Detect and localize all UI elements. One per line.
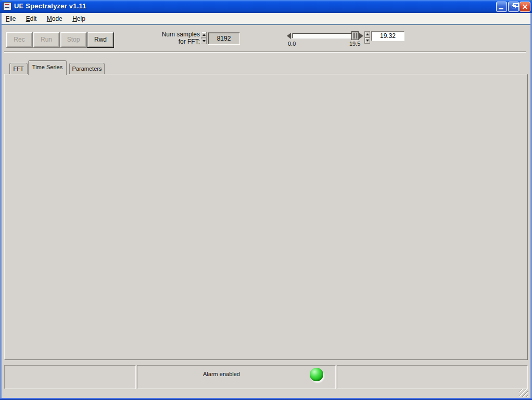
- up-triangle-icon: [366, 33, 369, 35]
- run-button[interactable]: Run: [33, 32, 60, 48]
- close-button[interactable]: [520, 2, 530, 12]
- time-value-spinner[interactable]: [364, 31, 370, 44]
- spin-up-icon[interactable]: [364, 31, 370, 37]
- maximize-button[interactable]: [508, 2, 519, 12]
- tab-parameters[interactable]: Parameters: [69, 63, 105, 74]
- num-samples-label-line2: for FFT:: [156, 38, 200, 45]
- app-icon[interactable]: [3, 2, 11, 10]
- window-title: UE Spectralyzer v1.11: [14, 2, 86, 10]
- tab-fft[interactable]: FFT: [9, 63, 28, 74]
- tab-page-time-series: [4, 74, 528, 360]
- tab-time-series[interactable]: Time Series: [28, 60, 67, 75]
- num-samples-spinner[interactable]: [201, 32, 207, 44]
- spin-down-icon[interactable]: [201, 38, 207, 44]
- stop-button[interactable]: Stop: [60, 32, 87, 48]
- slider-left-arrow-icon[interactable]: [287, 33, 291, 39]
- menu-bar: File Edit Mode Help: [2, 13, 530, 24]
- status-cell-right: [337, 365, 528, 389]
- num-samples-label-line1: Num samples: [156, 31, 200, 38]
- menu-item-mode[interactable]: Mode: [43, 13, 67, 24]
- status-cell-alarm: [137, 365, 336, 389]
- spin-up-icon[interactable]: [201, 32, 207, 38]
- app-icon-mark: [5, 4, 9, 5]
- num-samples-field[interactable]: 8192: [208, 32, 240, 45]
- minimize-icon: [499, 8, 503, 9]
- menu-item-help[interactable]: Help: [68, 13, 90, 24]
- down-triangle-icon: [366, 40, 369, 42]
- toolbar-separator: [4, 51, 526, 53]
- slider-max-label: 19.5: [349, 41, 360, 47]
- alarm-led-indicator: [310, 368, 323, 381]
- menu-item-edit[interactable]: Edit: [22, 13, 41, 24]
- rwd-button[interactable]: Rwd: [87, 32, 114, 48]
- app-window: UE Spectralyzer v1.11 File Edit Mode Hel…: [0, 0, 532, 400]
- resize-grip[interactable]: [520, 389, 528, 397]
- status-cell-left: [4, 365, 136, 389]
- time-slider-track[interactable]: [292, 33, 353, 38]
- slider-right-arrow-icon[interactable]: [359, 33, 363, 39]
- slider-min-label: 0.0: [288, 41, 296, 47]
- title-bar[interactable]: UE Spectralyzer v1.11: [0, 0, 532, 13]
- down-triangle-icon: [202, 40, 206, 42]
- rec-button[interactable]: Rec: [6, 32, 33, 48]
- up-triangle-icon: [202, 34, 206, 36]
- restore-icon: [512, 5, 516, 8]
- app-icon-mark: [5, 7, 9, 8]
- alarm-label: Alarm enabled: [203, 371, 240, 377]
- minimize-button[interactable]: [496, 2, 507, 12]
- time-value-field[interactable]: 19.32: [371, 31, 404, 41]
- menu-item-file[interactable]: File: [2, 13, 20, 24]
- time-slider-thumb[interactable]: [351, 31, 359, 40]
- num-samples-label: Num samples for FFT:: [156, 31, 200, 46]
- window-border-bottom: [0, 398, 532, 400]
- spin-down-icon[interactable]: [364, 37, 370, 44]
